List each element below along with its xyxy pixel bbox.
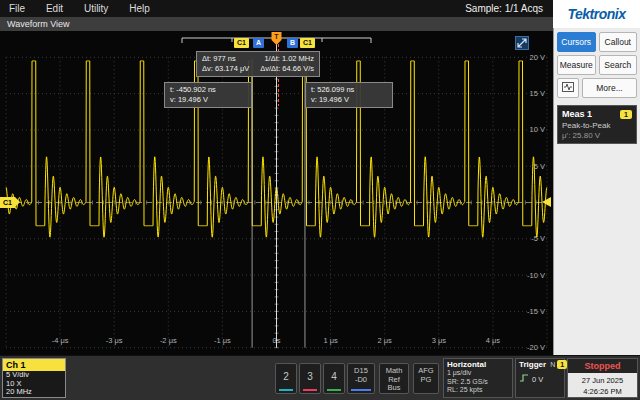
- cursor-a-badge[interactable]: A: [253, 38, 264, 48]
- digital-label-line2: -D0: [348, 376, 374, 385]
- settings-bar: Ch 1 5 V/div 10 X 20 MHz 2 3 4 D15 -D0 M…: [0, 355, 640, 400]
- x-tick-label: 3 μs: [432, 336, 447, 345]
- waveform-display[interactable]: -4 μs-3 μs-2 μs-1 μs0s1 μs2 μs3 μs4 μs20…: [0, 31, 553, 355]
- cursor-a-voltage: v: 19.496 V: [170, 95, 246, 105]
- horizontal-record-length: RL: 25 kpts: [447, 386, 509, 395]
- right-control-panel: Cursors Callout Measure Search More... M…: [553, 28, 640, 355]
- cursors-button[interactable]: Cursors: [557, 32, 596, 52]
- x-tick-label: 2 μs: [378, 336, 393, 345]
- cursor-b-readout[interactable]: t: 526.099 ns v: 19.496 V: [305, 82, 393, 108]
- waveform-view-header: Waveform View: [0, 17, 553, 31]
- y-tick-label: -15 V: [527, 307, 545, 316]
- y-tick-label: -5 V: [531, 234, 545, 243]
- acquisition-state: Stopped: [568, 359, 637, 373]
- horizontal-sample-rate: SR: 2.5 GS/s: [447, 378, 509, 387]
- trigger-title: Trigger: [519, 360, 546, 369]
- digital-color-strip: [351, 389, 371, 391]
- channel-3-color-strip: [303, 389, 317, 391]
- cursor-a-readout[interactable]: t: -450.902 ns v: 19.496 V: [164, 82, 252, 108]
- acquisition-status[interactable]: Stopped 27 Jun 2025 4:26:26 PM: [567, 358, 638, 398]
- y-tick-label: 5 V: [534, 162, 545, 171]
- clock: 27 Jun 2025 4:26:26 PM: [568, 373, 637, 398]
- meas-title: Meas 1: [562, 109, 592, 119]
- oscilloscope-screen: File Edit Utility Help Sample: 1/1 Acqs …: [0, 0, 640, 400]
- y-tick-label: -10 V: [527, 271, 545, 280]
- meas-value: μ': 25.80 V: [562, 131, 632, 140]
- scope-display-icon-button[interactable]: [557, 78, 579, 98]
- x-tick-label: -1 μs: [214, 336, 231, 345]
- menu-bar: File Edit Utility Help Sample: 1/1 Acqs: [0, 0, 553, 17]
- math-ref-bus-button[interactable]: Math Ref Bus: [379, 363, 409, 394]
- menu-edit[interactable]: Edit: [37, 0, 72, 17]
- channel-1-bandwidth: 20 MHz: [3, 388, 65, 397]
- clock-date: 27 Jun 2025: [568, 375, 637, 386]
- cursor-delta-readout[interactable]: Δt: 977 ns 1/Δt: 1.02 MHz Δv: 63.174 μV …: [196, 51, 320, 77]
- delta-t-value: Δt: 977 ns: [202, 54, 236, 64]
- cursor-b-source-badge[interactable]: C1: [300, 38, 315, 48]
- y-tick-label: -20 V: [527, 343, 545, 352]
- cursor-a-source-badge[interactable]: C1: [234, 38, 249, 48]
- y-tick-label: 20 V: [530, 53, 545, 62]
- cursor-b-voltage: v: 19.496 V: [311, 95, 387, 105]
- x-tick-label: 1 μs: [323, 336, 338, 345]
- meas-type: Peak-to-Peak: [562, 121, 632, 130]
- trigger-level-value: 0 V: [532, 375, 543, 384]
- inverse-delta-t-value: 1/Δt: 1.02 MHz: [264, 54, 314, 64]
- bus-label: Bus: [380, 384, 408, 393]
- trigger-flag-label: T: [274, 33, 279, 40]
- scope-display-icon: [562, 82, 574, 94]
- measurement-card[interactable]: Meas 1 1 Peak-to-Peak μ': 25.80 V: [557, 105, 637, 144]
- trigger-mode: N: [550, 360, 555, 369]
- y-tick-label: 10 V: [530, 125, 545, 134]
- channel-4-label: 4: [331, 371, 337, 382]
- channel-1-ground-marker[interactable]: C1: [0, 197, 15, 208]
- channel-4-button[interactable]: 4: [323, 363, 345, 394]
- channel-3-label: 3: [307, 371, 313, 382]
- trigger-flag-pointer: [272, 40, 282, 45]
- channel-4-color-strip: [327, 389, 341, 391]
- graticule-svg: -4 μs-3 μs-2 μs-1 μs0s1 μs2 μs3 μs4 μs20…: [0, 31, 553, 355]
- cursor-a-time: t: -450.902 ns: [170, 85, 246, 95]
- clock-time: 4:26:26 PM: [568, 386, 637, 397]
- delta-v-value: Δv: 63.174 μV: [202, 64, 249, 74]
- digital-channels-button[interactable]: D15 -D0: [347, 363, 375, 394]
- trigger-level-arrow[interactable]: [542, 197, 551, 207]
- waveform-view-title: Waveform View: [7, 19, 70, 29]
- menu-file[interactable]: File: [0, 0, 34, 17]
- delta-v-over-t-value: Δv/Δt: 64.66 V/s: [260, 64, 314, 74]
- sample-status: Sample: 1/1 Acqs: [465, 0, 543, 17]
- pg-label: PG: [414, 376, 438, 385]
- x-tick-label: -2 μs: [160, 336, 177, 345]
- channel-2-color-strip: [279, 389, 293, 391]
- afg-pg-button[interactable]: AFG PG: [413, 363, 439, 394]
- channel-2-button[interactable]: 2: [275, 363, 297, 394]
- y-tick-label: 15 V: [530, 89, 545, 98]
- menu-utility[interactable]: Utility: [75, 0, 117, 17]
- horizontal-title: Horizontal: [447, 360, 509, 369]
- more-button[interactable]: More...: [582, 78, 637, 98]
- x-tick-label: -3 μs: [106, 336, 123, 345]
- callout-button[interactable]: Callout: [599, 32, 638, 52]
- horizontal-scale: 1 μs/div: [447, 369, 509, 378]
- cursor-b-time: t: 526.099 ns: [311, 85, 387, 95]
- channel-2-label: 2: [283, 371, 289, 382]
- cursor-b-badge[interactable]: B: [287, 38, 298, 48]
- channel-3-button[interactable]: 3: [299, 363, 321, 394]
- tektronix-logo: Tektronix: [553, 0, 640, 28]
- trigger-settings[interactable]: Trigger N 1 0 V: [515, 358, 565, 398]
- horizontal-settings[interactable]: Horizontal 1 μs/div SR: 2.5 GS/s RL: 25 …: [443, 358, 513, 398]
- channel-1-badge[interactable]: Ch 1 5 V/div 10 X 20 MHz: [2, 358, 66, 398]
- x-tick-label: 4 μs: [486, 336, 501, 345]
- meas-badge: 1: [620, 110, 632, 119]
- trigger-slope-icon: [519, 373, 529, 385]
- expand-view-icon[interactable]: [515, 36, 529, 50]
- trigger-source-badge: 1: [557, 360, 567, 369]
- measure-button[interactable]: Measure: [557, 55, 596, 75]
- menu-help[interactable]: Help: [120, 0, 159, 17]
- x-tick-label: -4 μs: [52, 336, 69, 345]
- search-button[interactable]: Search: [599, 55, 638, 75]
